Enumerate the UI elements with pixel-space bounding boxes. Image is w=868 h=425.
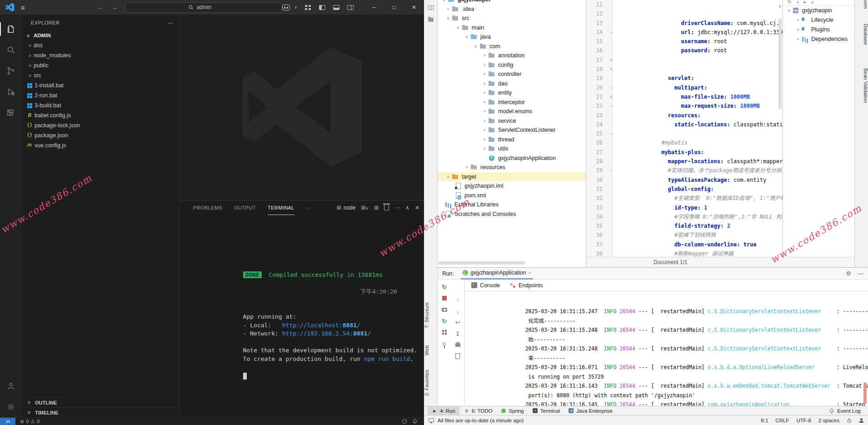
notifications-bell-icon[interactable]: [412, 419, 418, 424]
project-tree-item[interactable]: > config: [438, 60, 586, 70]
fold-marker-icon[interactable]: [607, 203, 615, 212]
fold-marker-icon[interactable]: [607, 230, 615, 240]
forward-button[interactable]: →: [111, 4, 117, 11]
project-tree-item[interactable]: > thread: [438, 135, 586, 145]
project-tree-item[interactable]: gxjyzhaopin.iml: [438, 181, 586, 191]
close-tab-icon[interactable]: ×: [528, 270, 531, 275]
editor-scroll-chevron-icon[interactable]: ∨: [778, 4, 782, 9]
panel-tabs-more-icon[interactable]: ⋯: [306, 200, 311, 215]
chevron-icon[interactable]: >: [795, 27, 801, 32]
chevron-icon[interactable]: >: [481, 119, 488, 123]
copilot-icon[interactable]: [282, 5, 290, 10]
project-tree-item[interactable]: ∨ com: [438, 42, 586, 51]
chevron-icon[interactable]: >: [795, 18, 801, 22]
editor-scrollbar[interactable]: [778, 18, 782, 109]
customize-layout-icon[interactable]: [305, 5, 311, 10]
fold-marker-icon[interactable]: [607, 74, 615, 83]
fold-marker-icon[interactable]: [607, 175, 615, 185]
fold-marker-icon[interactable]: [607, 240, 615, 249]
sidebar-section-header[interactable]: > TIMELINE: [22, 407, 179, 417]
chevron-icon[interactable]: >: [795, 37, 801, 41]
tool-window-tab[interactable]: 6: TODO: [459, 406, 497, 415]
fold-marker-icon[interactable]: [607, 120, 615, 129]
commander-tab-icon[interactable]: [424, 2, 438, 14]
source-control-icon[interactable]: [0, 60, 22, 81]
file-tree-item[interactable]: > src: [22, 70, 179, 80]
file-tree-item[interactable]: > dist: [22, 40, 179, 50]
file-tree-item[interactable]: 2-run.bat: [22, 90, 179, 100]
panel-close-icon[interactable]: ✕: [415, 205, 419, 211]
project-tree-item[interactable]: > service: [438, 116, 586, 126]
console-scrollbar[interactable]: [863, 382, 867, 404]
toggle-secondary-sidebar-icon[interactable]: [347, 5, 354, 10]
console-tab[interactable]: Endpoints: [510, 282, 543, 289]
fold-marker-icon[interactable]: [607, 37, 615, 46]
chevron-icon[interactable]: ∨: [472, 44, 479, 49]
project-tree-item[interactable]: > .idea: [438, 5, 586, 14]
soft-wrap-icon[interactable]: ↩: [454, 319, 461, 326]
fold-marker-icon[interactable]: −: [607, 83, 615, 92]
database-tool-tab[interactable]: Database: [855, 24, 868, 60]
explorer-icon[interactable]: [0, 19, 22, 40]
project-tree-item[interactable]: > utils: [438, 144, 586, 154]
project-tree-item[interactable]: Scratches and Consoles: [438, 210, 586, 219]
chevron-icon[interactable]: ∨: [454, 25, 462, 30]
line-ending[interactable]: CRLF: [775, 418, 789, 423]
project-tree-item[interactable]: > ServletContextListener: [438, 125, 586, 135]
clear-console-trash-icon[interactable]: [454, 353, 461, 360]
fold-marker-icon[interactable]: −: [607, 101, 615, 110]
project-tree-item[interactable]: > target: [438, 172, 586, 182]
down-stack-icon[interactable]: ↓: [454, 307, 461, 315]
print-icon[interactable]: [454, 341, 461, 349]
project-tree-item[interactable]: ∨ java: [438, 32, 586, 42]
panel-tab[interactable]: OUTPUT: [234, 200, 256, 215]
maven-toolbar-icon[interactable]: ↻: [788, 0, 792, 5]
chevron-icon[interactable]: >: [463, 165, 470, 170]
toggle-panel-icon[interactable]: [333, 5, 339, 10]
fold-marker-icon[interactable]: −: [607, 166, 615, 175]
new-terminal-icon[interactable]: ⊞: [374, 205, 379, 211]
fold-marker-icon[interactable]: [607, 138, 615, 147]
fold-marker-icon[interactable]: ∨: [607, 92, 615, 101]
panel-tab[interactable]: TERMINAL: [268, 200, 294, 215]
console-tab[interactable]: Console: [471, 282, 500, 289]
web-tool-tab[interactable]: Web: [424, 342, 438, 359]
file-tree-item[interactable]: vue.config.js: [22, 140, 179, 150]
chevron-icon[interactable]: ∨: [463, 35, 470, 39]
menu-icon[interactable]: ≡: [21, 4, 25, 11]
project-tab-icon[interactable]: [424, 14, 438, 25]
bean-validation-tool-tab[interactable]: Bean Validation: [855, 68, 868, 123]
chevron-icon[interactable]: >: [481, 146, 488, 151]
search-icon[interactable]: [0, 40, 22, 60]
account-icon[interactable]: [0, 375, 22, 396]
file-tree-item[interactable]: package.json: [22, 130, 179, 140]
chevron-icon[interactable]: >: [481, 81, 488, 86]
file-tree-item[interactable]: babel.config.js: [22, 110, 179, 120]
chevron-icon[interactable]: >: [481, 53, 488, 58]
explorer-project-root[interactable]: ∨ ADMIN: [22, 30, 179, 40]
fold-marker-icon[interactable]: [607, 0, 615, 9]
tool-window-tab[interactable]: Spring: [496, 406, 528, 415]
indent-setting[interactable]: 2 spaces: [818, 418, 839, 423]
kill-terminal-icon[interactable]: [384, 205, 389, 210]
command-search-box[interactable]: [125, 2, 282, 13]
sidebar-section-header[interactable]: > OUTLINE: [22, 397, 179, 407]
tool-window-tab[interactable]: Terminal: [528, 406, 564, 415]
file-tree-item[interactable]: package-lock.json: [22, 120, 179, 130]
chevron-icon[interactable]: >: [481, 72, 488, 76]
fold-marker-icon[interactable]: [607, 212, 615, 221]
chevron-icon[interactable]: >: [481, 109, 488, 114]
fold-marker-icon[interactable]: ∨: [607, 55, 615, 65]
remote-indicator[interactable]: ><: [0, 418, 15, 425]
spring-restart-icon[interactable]: ↻: [441, 317, 448, 325]
ide-widget-icon[interactable]: [859, 418, 863, 423]
project-tree-item[interactable]: External Libraries: [438, 200, 586, 210]
settings-gear-icon[interactable]: [0, 396, 22, 417]
problems-status[interactable]: ⊘0 ⚠0: [20, 419, 40, 425]
explorer-more-icon[interactable]: ⋯: [168, 20, 174, 26]
structure-tool-tab[interactable]: 7: Structure: [424, 295, 438, 336]
fold-marker-icon[interactable]: ∨: [607, 65, 615, 74]
pin-icon[interactable]: [441, 340, 448, 347]
panel-more-icon[interactable]: ⋯: [394, 205, 400, 211]
file-tree-item[interactable]: 3-build.bat: [22, 100, 179, 110]
